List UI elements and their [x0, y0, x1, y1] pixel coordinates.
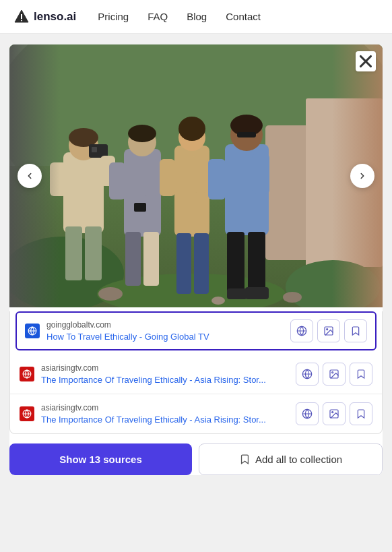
source-card-2: asiarisingtv.com The Importance Of Trave…	[10, 355, 382, 394]
svg-point-22	[128, 125, 156, 142]
add-collection-label: Add all to collection	[255, 454, 342, 465]
asia-favicon-icon	[22, 369, 32, 379]
svg-rect-44	[134, 203, 146, 212]
source-title-1[interactable]: How To Travel Ethically - Going Global T…	[46, 332, 284, 342]
show-sources-button[interactable]: Show 13 sources	[9, 443, 192, 475]
svg-rect-30	[160, 159, 175, 196]
source-actions-1	[290, 319, 367, 342]
svg-rect-33	[194, 233, 209, 294]
svg-rect-18	[65, 226, 82, 280]
svg-rect-37	[237, 132, 256, 137]
main-image	[9, 44, 383, 307]
nav-faq[interactable]: FAQ	[148, 11, 168, 22]
source-globe-button-2[interactable]	[296, 363, 319, 386]
logo[interactable]: lenso.ai	[13, 9, 76, 25]
source-domain-2: asiarisingtv.com	[41, 363, 289, 373]
source-domain-1: goingglobaltv.com	[46, 320, 284, 330]
source-image-button-3[interactable]	[323, 402, 346, 425]
bookmark-add-icon	[239, 454, 251, 465]
globe-icon-2	[302, 369, 313, 379]
chevron-right-icon	[358, 171, 367, 181]
image-icon	[323, 326, 334, 336]
svg-rect-23	[109, 162, 125, 200]
svg-rect-39	[252, 154, 269, 194]
source-actions-3	[296, 402, 372, 425]
navbar: lenso.ai Pricing FAQ Blog Contact	[0, 0, 392, 34]
source-info-3: asiarisingtv.com The Importance Of Trave…	[41, 403, 289, 425]
footer-buttons: Show 13 sources Add all to collection	[9, 443, 383, 475]
nav-blog[interactable]: Blog	[187, 11, 207, 22]
sources-container: goingglobaltv.com How To Travel Ethicall…	[9, 311, 383, 434]
svg-rect-43	[227, 288, 247, 299]
image-wrap	[9, 44, 383, 307]
svg-rect-26	[143, 232, 159, 286]
source-card-1: goingglobaltv.com How To Travel Ethicall…	[15, 311, 377, 350]
bookmark-icon-2	[356, 369, 366, 379]
source-actions-2	[296, 363, 372, 386]
main-content: goingglobaltv.com How To Travel Ethicall…	[0, 34, 392, 552]
svg-rect-41	[248, 232, 265, 293]
svg-rect-25	[125, 232, 141, 286]
globe-icon	[296, 326, 307, 336]
source-info-2: asiarisingtv.com The Importance Of Trave…	[41, 363, 289, 385]
bookmark-icon	[350, 326, 361, 336]
nav-links: Pricing FAQ Blog Contact	[98, 11, 261, 22]
chevron-left-icon	[25, 171, 34, 181]
asia-favicon-icon-3	[22, 409, 32, 419]
favicon-2	[20, 367, 34, 381]
source-title-2[interactable]: The Importance Of Traveling Ethically - …	[41, 375, 289, 385]
svg-point-2	[21, 20, 22, 21]
svg-rect-31	[193, 156, 208, 193]
svg-point-57	[327, 329, 328, 330]
svg-point-29	[178, 117, 205, 141]
globe-favicon-icon	[28, 326, 37, 336]
nav-pricing[interactable]: Pricing	[98, 11, 129, 22]
next-image-button[interactable]	[350, 164, 374, 188]
source-image-button-1[interactable]	[317, 319, 340, 342]
svg-point-69	[332, 412, 333, 413]
bookmark-icon-3	[356, 408, 366, 419]
svg-rect-42	[245, 287, 269, 299]
svg-rect-24	[143, 159, 159, 196]
svg-rect-38	[208, 159, 226, 200]
nav-contact[interactable]: Contact	[226, 11, 261, 22]
svg-point-47	[98, 287, 123, 301]
source-bookmark-button-3[interactable]	[350, 402, 372, 425]
source-info-1: goingglobaltv.com How To Travel Ethicall…	[46, 320, 284, 342]
svg-rect-19	[85, 226, 102, 280]
favicon-3	[20, 406, 34, 421]
source-globe-button-1[interactable]	[290, 319, 313, 342]
source-title-3[interactable]: The Importance Of Traveling Ethically - …	[41, 415, 289, 425]
source-card-3: asiarisingtv.com The Importance Of Trave…	[10, 394, 382, 433]
svg-point-13	[69, 128, 98, 147]
globe-icon-3	[302, 408, 313, 419]
svg-point-48	[283, 292, 302, 303]
image-icon-2	[329, 369, 339, 379]
svg-rect-15	[92, 147, 97, 152]
favicon-1	[25, 324, 40, 338]
image-viewer: goingglobaltv.com How To Travel Ethicall…	[9, 44, 383, 475]
svg-point-63	[332, 372, 333, 373]
close-button[interactable]	[356, 51, 376, 71]
scene-svg	[9, 44, 383, 307]
image-icon-3	[329, 408, 339, 419]
source-bookmark-button-1[interactable]	[344, 319, 367, 342]
source-image-button-2[interactable]	[323, 363, 346, 386]
svg-rect-11	[63, 152, 104, 233]
logo-icon	[13, 9, 30, 25]
logo-text: lenso.ai	[34, 10, 76, 24]
source-domain-3: asiarisingtv.com	[41, 403, 289, 412]
add-collection-button[interactable]: Add all to collection	[199, 443, 383, 475]
svg-rect-32	[176, 233, 191, 294]
source-globe-button-3[interactable]	[296, 402, 319, 425]
source-bookmark-button-2[interactable]	[350, 363, 372, 386]
close-icon	[356, 51, 376, 71]
svg-point-49	[211, 297, 225, 305]
prev-image-button[interactable]	[18, 164, 42, 188]
svg-rect-40	[227, 232, 244, 293]
